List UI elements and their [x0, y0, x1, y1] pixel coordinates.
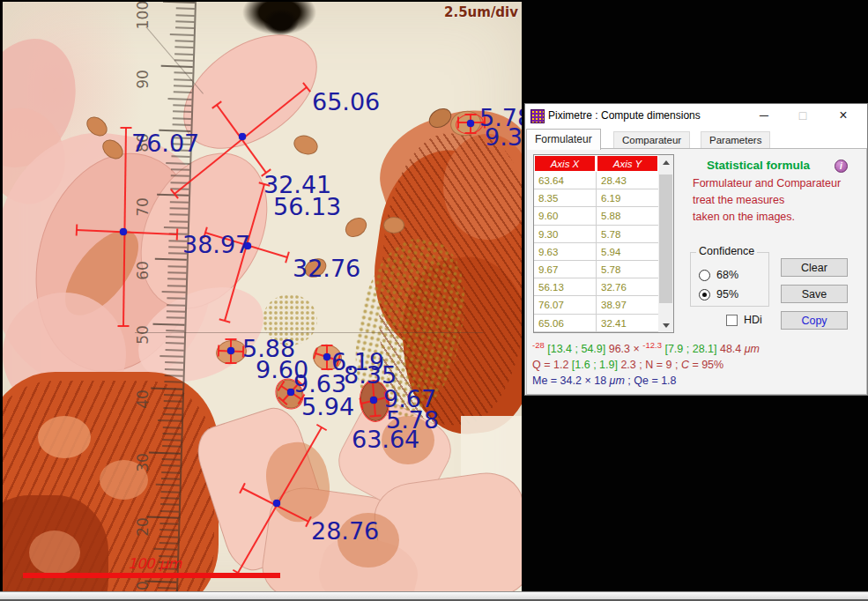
table-cell[interactable]: 63.64	[534, 172, 597, 189]
ruler-tick	[171, 175, 189, 178]
table-cell[interactable]: 5.88	[597, 207, 659, 225]
specimen-blob	[29, 531, 80, 575]
info-icon[interactable]: i	[835, 160, 848, 173]
stats-segment: μm	[745, 343, 760, 355]
ruler-tick	[163, 433, 182, 435]
scroll-thumb[interactable]	[659, 174, 672, 303]
measure-point[interactable]	[227, 347, 234, 354]
hdi-checkbox-label: HDi	[744, 314, 762, 326]
maximize-button[interactable]: □	[784, 104, 821, 127]
stats-segment: -12.3	[642, 340, 662, 350]
description-line: taken on the images.	[693, 209, 841, 226]
confidence-groupbox: Confidence 68%95%	[690, 252, 769, 307]
ruler-tick	[166, 162, 189, 165]
measure-line-cap	[120, 127, 131, 129]
clear-button[interactable]: Clear	[781, 258, 848, 277]
copy-button[interactable]: Copy	[781, 311, 848, 330]
table-cell[interactable]: 5.94	[597, 243, 659, 261]
ruler-tick	[158, 587, 176, 590]
radio-icon[interactable]	[699, 289, 710, 300]
table-cell[interactable]: 9.60	[534, 207, 597, 225]
minimize-button[interactable]: ─	[746, 104, 783, 127]
measure-line-cap	[285, 251, 290, 263]
dialog-title: Piximetre : Compute dimensions	[548, 104, 701, 127]
ruler-tick	[167, 285, 186, 287]
measure-point[interactable]	[467, 120, 474, 127]
radio-68[interactable]: 68%	[699, 269, 738, 281]
table-cell[interactable]: 8.35	[534, 189, 597, 207]
ruler-tick	[170, 201, 189, 204]
column-header-axis-y[interactable]: Axis Y	[597, 155, 658, 172]
specimen-blob	[291, 132, 320, 158]
measurement-label: 38.97	[182, 233, 250, 257]
ruler-tick	[168, 265, 187, 268]
table-cell[interactable]: 9.67	[534, 261, 597, 278]
hdi-checkbox[interactable]	[726, 315, 738, 326]
table-cell[interactable]: 32.41	[597, 315, 659, 332]
table-cell[interactable]: 6.19	[597, 189, 659, 207]
stats-line-3: Me = 34.2 × 18 μm ; Qe = 1.8	[532, 373, 865, 389]
measure-line-cap	[322, 345, 333, 346]
column-header-axis-x[interactable]: Axis X	[534, 155, 596, 172]
table-cell[interactable]: 5.78	[597, 226, 659, 243]
table-cell[interactable]: 65.06	[534, 315, 597, 332]
description-line: Formulateur and Comparateur	[693, 175, 841, 192]
table-cell[interactable]: 9.63	[534, 243, 597, 261]
table-cell[interactable]: 28.43	[597, 172, 659, 189]
ruler-number: 60	[132, 259, 153, 282]
ruler-tick	[162, 291, 186, 293]
ruler-tick	[151, 387, 182, 390]
ruler-tick	[155, 258, 187, 261]
ruler-tick	[174, 92, 192, 94]
stats-segment: 96.3 ×	[609, 343, 643, 355]
tab-formulateur[interactable]: Formulateur	[526, 129, 601, 150]
measure-point[interactable]	[323, 353, 330, 360]
microscope-image[interactable]: 100908070605040302010 76.0765.065.789.30…	[3, 2, 522, 592]
ruler-tick	[167, 304, 185, 307]
dialog-titlebar[interactable]: Piximetre : Compute dimensions ─ □ ×	[525, 104, 867, 127]
ruler-tick	[171, 168, 189, 171]
measure-point[interactable]	[239, 133, 246, 140]
ruler-tick	[173, 104, 191, 107]
table-cell[interactable]: 56.13	[534, 278, 597, 296]
ruler-tick	[174, 85, 192, 87]
measure-line-cap	[465, 132, 477, 134]
table-cell[interactable]: 5.78	[597, 261, 659, 278]
tab-parameters[interactable]: Parameters	[701, 131, 770, 149]
ruler-tick	[173, 117, 191, 120]
radio-icon[interactable]	[699, 270, 710, 281]
measurement-label: 56.13	[273, 195, 341, 219]
tab-page-formulateur: Axis XAxis Y 63.6428.438.356.199.605.889…	[526, 148, 867, 395]
measurements-table: Axis XAxis Y 63.6428.438.356.199.605.889…	[533, 154, 674, 333]
measure-point[interactable]	[120, 228, 127, 235]
measurement-label: 5.94	[301, 395, 354, 419]
ruler-tick	[161, 478, 180, 480]
scroll-down-arrow[interactable]	[658, 318, 673, 332]
hairline-horizontal	[135, 332, 483, 333]
table-cell[interactable]: 76.07	[534, 296, 597, 314]
table-cell[interactable]: 32.76	[597, 278, 659, 296]
measure-line-cap	[457, 117, 459, 129]
scroll-up-arrow[interactable]	[658, 155, 673, 169]
radio-95[interactable]: 95%	[699, 288, 738, 300]
ruler-tick	[176, 8, 195, 11]
hdi-checkbox-row[interactable]: HDi	[726, 314, 762, 326]
measurement-label: 76.07	[131, 131, 199, 156]
table-scrollbar[interactable]	[658, 155, 673, 332]
ruler-number: 20	[132, 516, 153, 538]
table-cell[interactable]: 9.30	[534, 226, 597, 243]
ruler-number: 70	[132, 196, 153, 219]
close-button[interactable]: ×	[825, 104, 862, 127]
ruler-tick	[174, 72, 192, 75]
ruler-tick	[161, 471, 180, 474]
table-cell[interactable]: 38.97	[597, 296, 659, 314]
measure-point[interactable]	[273, 500, 280, 507]
save-button[interactable]: Save	[781, 285, 848, 303]
measure-line-cap	[117, 325, 129, 327]
tab-comparateur[interactable]: Comparateur	[613, 131, 690, 149]
ruler-tick	[162, 445, 181, 448]
ruler-tick	[157, 194, 189, 197]
measure-point[interactable]	[370, 397, 377, 404]
ruler-tick	[161, 464, 180, 467]
ruler-tick	[160, 523, 178, 525]
